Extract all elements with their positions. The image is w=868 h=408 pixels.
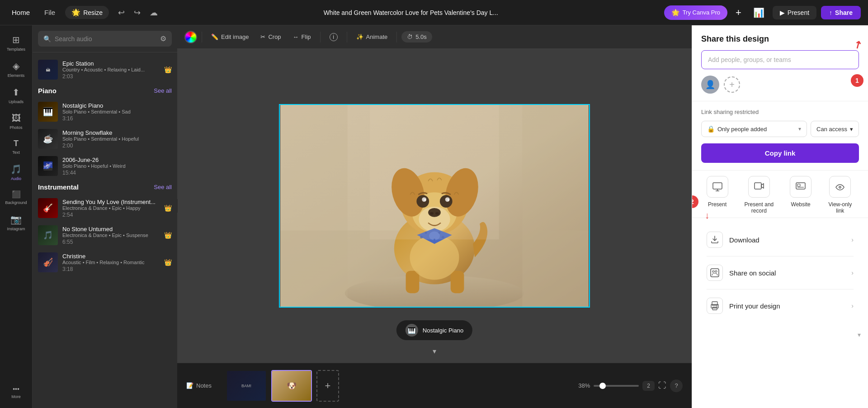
add-button[interactable]: + <box>732 5 745 20</box>
hide-panel-button[interactable]: ◀ <box>177 199 178 213</box>
notes-button[interactable]: 📝 Notes <box>186 382 212 389</box>
time-display[interactable]: ⏱ 5.0s <box>401 31 432 43</box>
viewonly-label: View-only link <box>826 201 854 214</box>
share-button[interactable]: ↑ Share <box>821 6 861 19</box>
uploads-icon: ⬆ <box>12 87 20 98</box>
instrumental-see-all-button[interactable]: See all <box>154 184 172 190</box>
redo-button[interactable]: ↪ <box>130 6 144 19</box>
sidebar-item-instagram[interactable]: 📷 Instagram <box>0 210 32 235</box>
fullscreen-button[interactable]: ⛶ <box>658 381 666 390</box>
info-icon: i <box>330 33 338 41</box>
undo-redo-group: ↩ ↪ <box>114 6 144 19</box>
share-option-download[interactable]: Download › <box>701 225 859 254</box>
sidebar-item-more[interactable]: ••• More <box>0 382 32 403</box>
list-item[interactable]: ☕ Morning Snowflake Solo Piano • Sentime… <box>33 125 177 152</box>
copy-link-button[interactable]: Copy link <box>701 143 859 163</box>
track-duration: 2:54 <box>62 212 160 218</box>
crop-button[interactable]: ✂ Crop <box>256 31 285 43</box>
filter-button[interactable]: ⚙ <box>160 34 166 43</box>
list-item[interactable]: 🎵 No Stone Unturned Electronica & Dance … <box>33 222 177 249</box>
piano-see-all-button[interactable]: See all <box>154 87 172 94</box>
share-people-input[interactable] <box>701 50 859 69</box>
sidebar-item-photos[interactable]: 🖼 Photos <box>0 109 32 133</box>
present-button[interactable]: ▶ Present <box>773 6 816 19</box>
present-option-website[interactable]: Website <box>790 176 811 214</box>
home-button[interactable]: Home <box>7 6 34 19</box>
sidebar-item-background[interactable]: ⬛ Background <box>0 186 32 209</box>
track-title: Nostalgic Piano <box>62 102 172 109</box>
sidebar-item-templates[interactable]: ⊞ Templates <box>0 31 32 55</box>
flip-button[interactable]: ↔ Flip <box>288 31 316 43</box>
track-duration: 3:18 <box>62 266 160 272</box>
share-option-print[interactable]: Print your design › <box>701 291 859 320</box>
toolbar-divider-3 <box>347 32 347 43</box>
add-person-button[interactable]: + <box>724 76 740 93</box>
bottom-bar: 📝 Notes BAM! 1 🐶 2 + <box>177 363 692 408</box>
sidebar-item-uploads[interactable]: ⬆ Uploads <box>0 83 32 108</box>
list-item[interactable]: 🎹 Nostalgic Piano Solo Piano • Sentiment… <box>33 98 177 125</box>
add-page-button[interactable]: + <box>316 370 339 402</box>
analytics-button[interactable]: 📊 <box>750 5 768 20</box>
svg-rect-30 <box>713 183 722 189</box>
track-title: Sending You My Love (Instrument... <box>62 199 160 205</box>
file-button[interactable]: File <box>40 6 60 19</box>
track-title: Christine <box>62 253 160 260</box>
page-thumb-2[interactable]: 🐶 2 <box>271 370 312 402</box>
present-option-present[interactable]: Present <box>707 176 728 214</box>
list-item[interactable]: 🎻 Christine Acoustic • Film • Relaxing •… <box>33 249 177 276</box>
page-indicator: 2 <box>642 381 655 391</box>
zoom-slider[interactable] <box>594 385 639 387</box>
elements-icon: ◈ <box>13 61 19 71</box>
piano-section-title: Piano <box>38 87 57 95</box>
info-button[interactable]: i <box>325 30 342 44</box>
share-label: Share <box>835 9 853 16</box>
present-option-viewonly[interactable]: View-only link <box>826 176 854 214</box>
page-thumb-1[interactable]: BAM! 1 <box>226 370 267 402</box>
photos-icon: 🖼 <box>12 113 21 123</box>
collapse-button[interactable]: ▾ <box>433 347 436 356</box>
list-item[interactable]: 🏔 Epic Station Country • Acoustic • Rela… <box>33 56 177 83</box>
resize-button[interactable]: 🌟 Resize <box>65 6 109 19</box>
search-input[interactable] <box>55 35 156 43</box>
sidebar-item-audio[interactable]: 🎵 Audio <box>0 160 32 185</box>
svg-rect-31 <box>755 183 761 189</box>
present-label: Present <box>788 9 809 16</box>
sidebar-item-label-instagram: Instagram <box>7 227 25 231</box>
animate-button[interactable]: ✨ Animate <box>352 31 392 43</box>
sidebar-item-elements[interactable]: ◈ Elements <box>0 57 32 81</box>
link-dropdown[interactable]: 🔒 Only people added ▾ <box>701 121 807 137</box>
flip-label: Flip <box>302 33 311 40</box>
canvas-content[interactable] <box>279 104 590 308</box>
share-social-arrow-icon: › <box>851 269 854 276</box>
now-playing-bar[interactable]: 🎹 Nostalgic Piano <box>396 320 472 340</box>
scroll-down-icon: ▾ <box>858 331 861 338</box>
present-icon-svg <box>712 181 723 192</box>
try-pro-button[interactable]: 🌟 Try Canva Pro <box>664 5 727 20</box>
present-record-icon-svg <box>754 181 764 192</box>
resize-label: Resize <box>83 9 103 16</box>
list-item[interactable]: 🎸 Sending You My Love (Instrument... Ele… <box>33 195 177 222</box>
help-button[interactable]: ? <box>670 380 683 392</box>
sidebar-item-text[interactable]: T Text <box>0 135 32 158</box>
zoom-level-label[interactable]: 38% <box>578 382 590 389</box>
resize-emoji-icon: 🌟 <box>71 8 80 17</box>
color-button[interactable] <box>184 31 197 43</box>
now-playing-thumbnail: 🎹 <box>406 324 418 337</box>
edit-image-button[interactable]: ✏️ Edit image <box>207 31 253 43</box>
audio-icon: 🎵 <box>10 164 22 175</box>
time-value: 5.0s <box>415 33 427 40</box>
access-label: Can access <box>816 126 847 133</box>
website-label: Website <box>791 201 811 208</box>
share-option-divider-1 <box>707 256 854 256</box>
access-dropdown[interactable]: Can access ▾ <box>811 121 859 137</box>
share-option-social[interactable]: Share on social › <box>701 258 859 287</box>
list-item[interactable]: 🌌 2006-June-26 Solo Piano • Hopeful • We… <box>33 152 177 180</box>
sidebar-item-label-more: More <box>11 394 21 399</box>
undo-button[interactable]: ↩ <box>114 6 128 19</box>
notes-icon: 📝 <box>186 382 193 389</box>
clock-icon: ⏱ <box>407 33 413 40</box>
piano-section-header: Piano See all <box>33 83 177 98</box>
present-option-record[interactable]: Present and record <box>743 176 775 214</box>
templates-icon: ⊞ <box>12 34 20 45</box>
toolbar-divider-2 <box>320 32 321 43</box>
